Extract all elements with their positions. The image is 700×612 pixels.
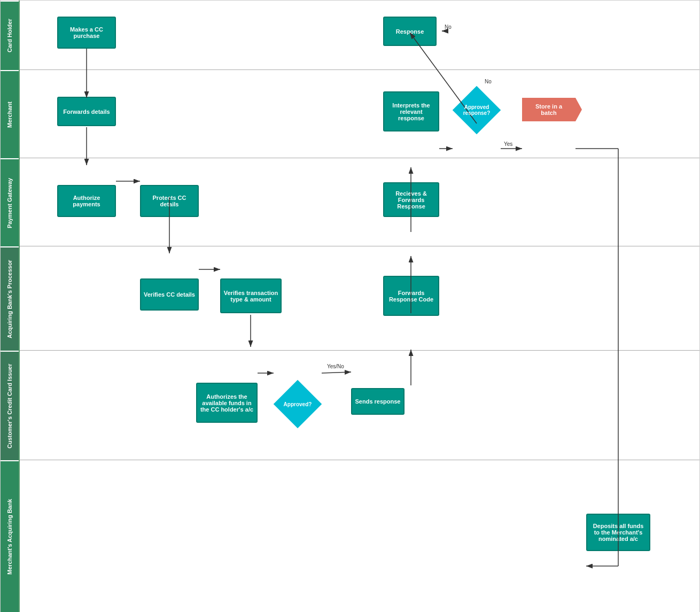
protects-cc-details-box: Protects CC details [140, 185, 199, 217]
forwards-details-box: Forwards details [57, 97, 116, 126]
lane-merchant-bank: Deposits all funds to the Merchant's nom… [20, 460, 699, 612]
approved-response-diamond: Approved response? [453, 86, 501, 134]
makes-cc-purchase-box: Makes a CC purchase [57, 17, 116, 49]
lane-card-holder: Makes a CC purchase Response [20, 1, 699, 70]
recieves-forwards-box: Recieves & Forwards Response [383, 182, 439, 217]
lane-label-merchant-bank: Merchant's Acquiring Bank [1, 460, 19, 612]
swim-lanes: Makes a CC purchase Response Forwards de… [20, 1, 699, 612]
lane-label-merchant: Merchant [1, 70, 19, 158]
lane-credit-card-issuer: Authorizes the available funds in the CC… [20, 351, 699, 460]
approved-diamond: Approved? [274, 380, 322, 428]
sends-response-box: Sends response [351, 388, 405, 415]
diagram-container: Card Holder Merchant Payment Gateway Acq… [0, 0, 700, 612]
deposits-funds-box: Deposits all funds to the Merchant's nom… [586, 514, 650, 551]
verifies-cc-details-box: Verifies CC details [140, 278, 199, 311]
verifies-transaction-box: Verifies transaction type & amount [220, 278, 282, 313]
forwards-response-code-box: Forwards Response Code [383, 276, 439, 316]
lane-label-acquiring-bank: Acquiring Bank's Processor [1, 246, 19, 351]
store-in-batch-ribbon: Store in a batch [522, 98, 575, 121]
lane-label-credit-card-issuer: Customer's Credit Card Issuer [1, 351, 19, 460]
lane-acquiring-bank: Verifies CC details Verifies transaction… [20, 246, 699, 351]
interprets-response-box: Interprets the relevant response [383, 91, 439, 131]
lane-label-payment-gateway: Payment Gateway [1, 158, 19, 246]
authorizes-funds-box: Authorizes the available funds in the CC… [196, 383, 258, 423]
lane-merchant: Forwards details Interprets the relevant… [20, 70, 699, 158]
authorize-payments-box: Authorize payments [57, 185, 116, 217]
swim-lane-labels: Card Holder Merchant Payment Gateway Acq… [1, 1, 20, 612]
lane-label-card-holder: Card Holder [1, 1, 19, 70]
lane-payment-gateway: Authorize payments Protects CC details R… [20, 158, 699, 246]
response-box: Response [383, 17, 437, 46]
